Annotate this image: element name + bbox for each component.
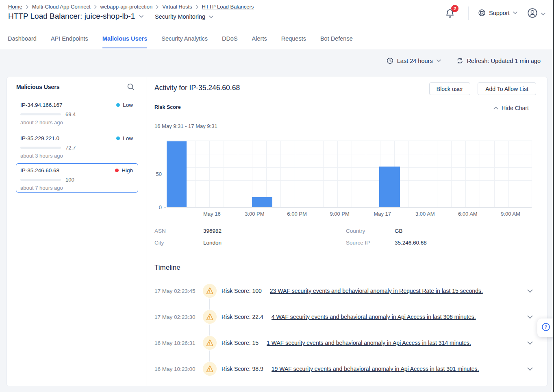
sidebar-title: Malicious Users <box>16 84 60 90</box>
risk-score-value: 69.4 <box>65 111 76 117</box>
tab-ddos[interactable]: DDoS <box>222 35 238 48</box>
chart-y-tick <box>164 174 166 174</box>
chart-gridline <box>295 141 295 207</box>
timeline-title: Timeline <box>154 264 180 272</box>
risk-progressbar <box>20 147 61 149</box>
chart-x-tick-label: 9:00 AM <box>501 211 520 217</box>
lifebuoy-icon <box>478 9 486 17</box>
chart-x-tick-label: 9:00 PM <box>330 211 349 217</box>
chart-gridline <box>423 141 423 207</box>
chart-gridline <box>224 141 224 207</box>
severity-label: Low <box>123 102 133 108</box>
toolbar: Last 24 hours Refresh: Updated 1 min ago <box>387 57 541 64</box>
chevron-up-icon <box>493 106 498 110</box>
support-label: Support <box>489 10 510 16</box>
chart-x-axis: May 163:00 PM6:00 PM9:00 PMMay 173:00 AM… <box>167 211 532 217</box>
event-detail-link[interactable]: 19 WAF security events and behavioral an… <box>272 366 479 372</box>
user-ip: IP-35.246.60.68 <box>20 167 59 173</box>
breadcrumb-item[interactable]: webapp-api-protection <box>100 4 153 10</box>
risk-score-value: 72.7 <box>65 145 76 151</box>
event-risk-score: Risk Score: 22.4 <box>222 314 263 320</box>
time-range-dropdown[interactable]: Last 24 hours <box>387 57 441 64</box>
chart-y-tick-label: 50 <box>156 171 162 177</box>
tab-security-analytics[interactable]: Security Analytics <box>161 35 208 48</box>
event-timestamp: 17 May 02:23:45 <box>154 288 198 294</box>
chevron-down-icon[interactable] <box>527 289 533 293</box>
notifications-button[interactable]: 2 <box>445 8 458 21</box>
chart-bar[interactable] <box>167 141 187 207</box>
chevron-right-icon <box>26 5 28 9</box>
chevron-right-icon <box>196 5 198 9</box>
title-row: HTTP Load Balancer: juice-shop-lb-1 <box>8 12 143 21</box>
refresh-button[interactable]: Refresh: Updated 1 min ago <box>456 57 541 64</box>
chart-gridline <box>532 141 532 207</box>
bell-icon <box>445 13 455 20</box>
severity-dot <box>116 103 120 107</box>
chart-gridline <box>508 141 509 207</box>
refresh-label: Refresh: Updated 1 min ago <box>467 58 541 64</box>
user-ip: IP-35.229.221.0 <box>20 135 59 141</box>
tab-dashboard[interactable]: Dashboard <box>8 35 37 48</box>
breadcrumb: Home Multi-Cloud App Connect webapp-api-… <box>8 4 254 10</box>
last-seen: about 3 hours ago <box>20 153 138 159</box>
breadcrumb-item[interactable]: Virtual Hosts <box>162 4 192 10</box>
breadcrumb-home-link[interactable]: Home <box>8 4 22 10</box>
risk-progressbar <box>20 179 61 181</box>
tab-requests[interactable]: Requests <box>281 35 306 48</box>
event-detail-link[interactable]: 4 WAF security events and behavioral ano… <box>272 314 476 320</box>
svg-text:?: ? <box>544 325 547 329</box>
add-to-allow-list-button[interactable]: Add To Allow List <box>478 82 536 95</box>
chart-x-tick-label: 3:00 PM <box>245 211 264 217</box>
chart-x-tick-label: 3:00 AM <box>415 211 435 217</box>
malicious-user-item[interactable]: IP-34.94.166.167 Low 69.4 about 2 hours … <box>16 98 138 126</box>
tab-api-endpoints[interactable]: API Endpoints <box>51 35 88 48</box>
chart-gridline <box>451 141 452 207</box>
chart-gridline <box>280 141 281 207</box>
monitoring-dropdown[interactable]: Security Monitoring <box>155 13 213 20</box>
help-question-icon: ? <box>541 322 551 334</box>
chart-x-tick-label: May 17 <box>374 211 391 217</box>
event-timestamp: 17 May 02:23:30 <box>154 314 198 320</box>
warning-icon <box>203 336 217 350</box>
chevron-down-icon <box>513 11 517 14</box>
help-button[interactable]: ? <box>537 318 554 337</box>
account-menu[interactable] <box>527 7 545 20</box>
detail-value-country: GB <box>395 228 403 234</box>
tab-bot-defense[interactable]: Bot Defense <box>320 35 353 48</box>
chart-gridline <box>167 180 532 181</box>
chart-gridline <box>494 141 495 207</box>
chevron-right-icon <box>94 5 97 9</box>
tab-malicious-users[interactable]: Malicious Users <box>102 35 147 48</box>
chart-x-tick-label: 6:00 AM <box>458 211 478 217</box>
page-title: HTTP Load Balancer: juice-shop-lb-1 <box>8 12 135 21</box>
tab-alerts[interactable]: Alerts <box>252 35 267 48</box>
chart-bar[interactable] <box>379 167 400 207</box>
support-menu[interactable]: Support <box>478 9 517 17</box>
severity-dot <box>116 136 120 140</box>
risk-chart-plot <box>167 141 532 207</box>
chevron-down-icon[interactable] <box>527 315 533 319</box>
chart-gridline <box>209 141 210 207</box>
event-detail-link[interactable]: 1 WAF security events and behavioral ano… <box>267 340 471 346</box>
chevron-down-icon[interactable] <box>527 341 533 345</box>
chart-bar[interactable] <box>252 197 272 207</box>
event-timestamp: 16 May 18:26:31 <box>154 340 198 346</box>
event-detail-link[interactable]: 23 WAF security events and behavioral an… <box>270 288 483 294</box>
block-user-button[interactable]: Block user <box>429 82 470 95</box>
chart-gridline <box>167 194 532 194</box>
chart-gridline <box>437 141 437 207</box>
hide-chart-toggle[interactable]: Hide Chart <box>493 105 529 111</box>
chevron-down-icon[interactable] <box>527 367 533 371</box>
chart-gridline <box>523 141 523 207</box>
warning-icon <box>203 284 217 298</box>
chart-gridline <box>480 141 480 207</box>
malicious-user-item-selected[interactable]: IP-35.246.60.68 High 100 about 7 hours a… <box>16 163 138 193</box>
chart-gridline <box>167 207 532 208</box>
chevron-down-icon[interactable] <box>139 15 143 18</box>
breadcrumb-item[interactable]: Multi-Cloud App Connect <box>32 4 91 10</box>
chart-gridline <box>167 167 532 168</box>
malicious-user-item[interactable]: IP-35.229.221.0 Low 72.7 about 3 hours a… <box>16 131 138 159</box>
chart-gridline <box>352 141 352 207</box>
search-icon[interactable] <box>127 83 135 92</box>
breadcrumb-lb-link[interactable]: HTTP Load Balancers <box>202 4 254 10</box>
